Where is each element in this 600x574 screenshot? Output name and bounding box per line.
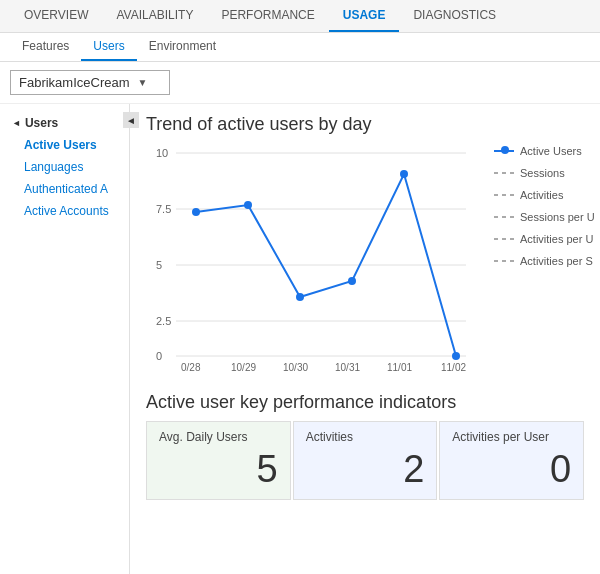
kpi-label-activities-per-user: Activities per User <box>452 430 571 444</box>
dropdown-bar: FabrikamIceCream ▼ <box>0 62 600 104</box>
svg-text:5: 5 <box>156 259 162 271</box>
kpi-value-avg-daily-users: 5 <box>159 448 278 491</box>
svg-text:7.5: 7.5 <box>156 203 171 215</box>
tab-environment[interactable]: Environment <box>137 33 228 61</box>
legend-label-activities: Activities <box>520 189 563 201</box>
tab-usage[interactable]: USAGE <box>329 0 400 32</box>
tab-performance[interactable]: PERFORMANCE <box>207 0 328 32</box>
svg-text:0/28: 0/28 <box>181 362 201 373</box>
dropdown-arrow-icon: ▼ <box>138 77 148 88</box>
kpi-title: Active user key performance indicators <box>146 392 584 413</box>
sidebar-section-users: Users <box>0 112 129 134</box>
main-content: ◄ Users Active Users Languages Authentic… <box>0 104 600 574</box>
svg-text:2.5: 2.5 <box>156 315 171 327</box>
svg-point-14 <box>400 170 408 178</box>
chart-area: 10 7.5 5 2.5 0 <box>146 145 486 378</box>
kpi-label-avg-daily-users: Avg. Daily Users <box>159 430 278 444</box>
legend-label-activities-per-session: Activities per S <box>520 255 593 267</box>
svg-text:10/29: 10/29 <box>231 362 256 373</box>
svg-text:11/02: 11/02 <box>441 362 466 373</box>
legend-sessions-per-user: Sessions per U <box>494 211 596 223</box>
tab-diagnostics[interactable]: DIAGNOSTICS <box>399 0 510 32</box>
sidebar-item-active-users[interactable]: Active Users <box>0 134 129 156</box>
top-navigation: OVERVIEW AVAILABILITY PERFORMANCE USAGE … <box>0 0 600 33</box>
svg-text:11/01: 11/01 <box>387 362 412 373</box>
legend-label-activities-per-user: Activities per U <box>520 233 593 245</box>
svg-point-12 <box>296 293 304 301</box>
legend-activities: Activities <box>494 189 596 201</box>
legend-label-active-users: Active Users <box>520 145 582 157</box>
legend-line-sessions <box>494 172 514 174</box>
kpi-label-activities: Activities <box>306 430 425 444</box>
tab-overview[interactable]: OVERVIEW <box>10 0 102 32</box>
kpi-card-activities-per-user: Activities per User 0 <box>439 421 584 500</box>
tab-features[interactable]: Features <box>10 33 81 61</box>
chart-title: Trend of active users by day <box>146 114 584 135</box>
app-dropdown[interactable]: FabrikamIceCream ▼ <box>10 70 170 95</box>
chart-legend: Active Users Sessions Activities Session… <box>486 145 596 277</box>
kpi-cards: Avg. Daily Users 5 Activities 2 Activiti… <box>146 421 584 500</box>
kpi-value-activities: 2 <box>306 448 425 491</box>
legend-activities-per-user: Activities per U <box>494 233 596 245</box>
legend-line-activities <box>494 194 514 196</box>
kpi-value-activities-per-user: 0 <box>452 448 571 491</box>
legend-sessions: Sessions <box>494 167 596 179</box>
sidebar-toggle[interactable]: ◄ <box>123 112 139 128</box>
svg-text:0: 0 <box>156 350 162 362</box>
sidebar-item-active-accounts[interactable]: Active Accounts <box>0 200 129 222</box>
legend-line-activities-per-user <box>494 238 514 240</box>
dropdown-value: FabrikamIceCream <box>19 75 130 90</box>
kpi-card-activities: Activities 2 <box>293 421 438 500</box>
legend-active-users: Active Users <box>494 145 596 157</box>
chart-wrapper: 10 7.5 5 2.5 0 <box>146 145 584 378</box>
sidebar-item-authenticated[interactable]: Authenticated A <box>0 178 129 200</box>
sidebar-item-languages[interactable]: Languages <box>0 156 129 178</box>
content-area: Trend of active users by day 10 7.5 5 2.… <box>130 104 600 574</box>
legend-label-sessions-per-user: Sessions per U <box>520 211 595 223</box>
svg-point-15 <box>452 352 460 360</box>
legend-line-activities-per-session <box>494 260 514 262</box>
svg-point-11 <box>244 201 252 209</box>
svg-point-10 <box>192 208 200 216</box>
legend-activities-per-session: Activities per S <box>494 255 596 267</box>
svg-point-13 <box>348 277 356 285</box>
svg-text:10/30: 10/30 <box>283 362 308 373</box>
tab-availability[interactable]: AVAILABILITY <box>102 0 207 32</box>
svg-text:10/31: 10/31 <box>335 362 360 373</box>
legend-line-sessions-per-user <box>494 216 514 218</box>
second-navigation: Features Users Environment <box>0 33 600 62</box>
svg-text:10: 10 <box>156 147 168 159</box>
kpi-card-avg-daily-users: Avg. Daily Users 5 <box>146 421 291 500</box>
legend-label-sessions: Sessions <box>520 167 565 179</box>
legend-line-active <box>494 150 514 152</box>
line-chart: 10 7.5 5 2.5 0 <box>146 145 486 375</box>
sidebar: ◄ Users Active Users Languages Authentic… <box>0 104 130 574</box>
tab-users[interactable]: Users <box>81 33 136 61</box>
